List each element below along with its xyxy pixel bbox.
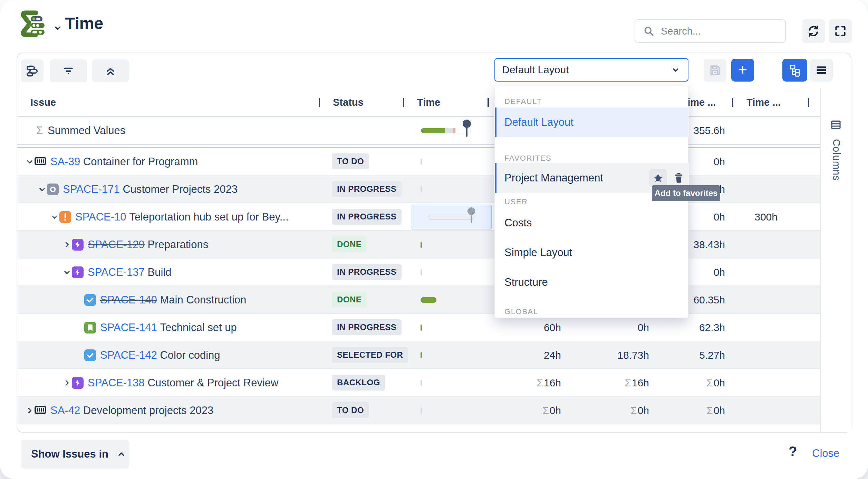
issue-key-link[interactable]: SPACE-140: [100, 294, 157, 306]
status-badge[interactable]: IN PROGRESS: [332, 209, 402, 225]
chevron-down-icon[interactable]: [37, 185, 47, 194]
time-value-cell: Σ0h: [580, 397, 649, 424]
time-slider-editor-cell[interactable]: [412, 205, 492, 229]
issue-row-space-142[interactable]: SPACE-142 Color codingSELECTED FOR24h18.…: [17, 341, 820, 369]
columns-sidebar-label[interactable]: Columns: [831, 139, 842, 181]
column-resize-handle[interactable]: [488, 98, 489, 107]
issue-row-space-141[interactable]: SPACE-141 Technical set upIN PROGRESS60h…: [17, 314, 820, 341]
list-view-toggle[interactable]: [810, 59, 833, 82]
chevron-down-icon[interactable]: [62, 267, 72, 277]
add-item-button[interactable]: +: [731, 59, 754, 82]
issue-key-link[interactable]: SPACE-171: [63, 183, 120, 195]
column-resize-handle[interactable]: [808, 98, 809, 107]
issue-key-link[interactable]: SPACE-138: [88, 377, 145, 389]
issue-cell: SA-42 Development projects 2023: [50, 397, 213, 424]
layout-option-label: Project Management: [504, 172, 603, 184]
status-badge[interactable]: IN PROGRESS: [332, 319, 402, 335]
layout-option-costs[interactable]: Costs: [495, 209, 689, 237]
chevron-right-icon[interactable]: [62, 240, 72, 250]
columns-sidebar[interactable]: Columns: [820, 88, 851, 432]
status-badge[interactable]: TO DO: [332, 402, 369, 418]
issue-row-sa-39[interactable]: SA-39 Container for ProgrammTO DO0h: [17, 148, 820, 176]
chevron-right-icon[interactable]: [25, 406, 35, 415]
chevron-down-icon[interactable]: [25, 157, 35, 167]
save-layout-button[interactable]: [704, 59, 726, 82]
status-badge[interactable]: TO DO: [332, 153, 369, 169]
issue-row-space-138[interactable]: SPACE-138 Customer & Project ReviewBACKL…: [17, 369, 820, 397]
tree-view-icon: [788, 64, 801, 77]
filter-icon: [62, 64, 75, 77]
trash-icon[interactable]: [672, 170, 686, 186]
search-icon: [643, 25, 655, 37]
issue-key-link[interactable]: SPACE-129: [88, 238, 145, 251]
issue-key-link[interactable]: SPACE-10: [75, 211, 126, 223]
bar-pink-segment: [453, 128, 455, 133]
issue-row-space-140[interactable]: SPACE-140 Main ConstructionDONE60.35h: [17, 286, 820, 314]
column-resize-handle[interactable]: [403, 98, 404, 107]
bar-pin-handle[interactable]: [463, 120, 471, 128]
chevron-right-icon[interactable]: [62, 378, 72, 388]
refresh-button[interactable]: [802, 19, 825, 43]
issue-key-link[interactable]: SA-39: [50, 156, 80, 168]
time-progress-tick: [421, 352, 422, 358]
chevron-down-icon: [671, 65, 681, 75]
tree-view-toggle[interactable]: [782, 59, 807, 82]
app-switch-chevron-down-icon[interactable]: [52, 23, 63, 33]
layout-option-simple-layout[interactable]: Simple Layout: [495, 239, 689, 266]
fullscreen-button[interactable]: [829, 19, 852, 43]
time-value-cell: 300h: [708, 203, 778, 231]
issue-cell: SA-39 Container for Programm: [50, 148, 198, 176]
issue-key-link[interactable]: SA-42: [50, 404, 80, 416]
time-progress-bar: [421, 297, 436, 303]
column-resize-handle[interactable]: [319, 98, 320, 107]
bar-gray-segment: [445, 128, 453, 133]
structure-app-logo-icon[interactable]: [15, 8, 51, 42]
time-tracking-window: Time Issue Status Time Time ... Time ...: [0, 0, 868, 479]
column-header-status[interactable]: Status: [333, 88, 364, 117]
filter-button[interactable]: [50, 59, 87, 82]
issue-row-sa-42[interactable]: SA-42 Development projects 2023TO DOΣ0hΣ…: [17, 397, 820, 424]
layout-option-default-layout[interactable]: Default Layout: [495, 107, 689, 137]
column-header-time-c[interactable]: Time ...: [746, 88, 781, 117]
time-panel-card: Issue Status Time Time ... Time ... ΣSum…: [17, 53, 851, 433]
time-progress-tick: [421, 325, 422, 331]
layout-select[interactable]: Default Layout: [494, 58, 688, 82]
chevron-down-icon[interactable]: [50, 212, 59, 222]
search-input-wrap[interactable]: [635, 19, 786, 43]
column-resize-handle[interactable]: [732, 98, 733, 107]
sum-sigma-prefix: Σ: [537, 377, 543, 388]
column-header-time[interactable]: Time: [417, 88, 440, 117]
menu-section-label: GLOBAL: [504, 307, 538, 316]
subproject-issue-type-icon: [47, 184, 59, 195]
search-input[interactable]: [661, 26, 771, 37]
status-badge[interactable]: BACKLOG: [332, 375, 385, 391]
issue-row-space-137[interactable]: SPACE-137 BuildIN PROGRESS0h: [17, 259, 820, 286]
sum-sigma-prefix: Σ: [625, 377, 631, 388]
issue-key-link[interactable]: SPACE-141: [100, 321, 157, 334]
issue-key-link[interactable]: SPACE-137: [88, 266, 145, 278]
group-button[interactable]: [21, 59, 44, 82]
issue-key-link[interactable]: SPACE-142: [100, 349, 157, 361]
slider-track[interactable]: [428, 215, 475, 220]
summed-values-row[interactable]: ΣSummed Values355.6h: [17, 117, 820, 144]
issue-row-space-10[interactable]: SPACE-10 Teleportation hub set up for Be…: [17, 203, 820, 231]
show-issues-in-button[interactable]: Show Issues in: [21, 440, 129, 469]
issue-summary: Build: [147, 266, 171, 278]
slider-handle[interactable]: [467, 207, 475, 215]
status-badge[interactable]: DONE: [332, 236, 367, 252]
status-badge[interactable]: IN PROGRESS: [332, 181, 402, 197]
column-header-issue[interactable]: Issue: [30, 88, 56, 117]
status-badge[interactable]: DONE: [332, 292, 367, 308]
close-link[interactable]: Close: [812, 447, 839, 460]
help-button[interactable]: ?: [789, 444, 797, 459]
issue-row-space-129[interactable]: SPACE-129 PreparationsDONE38.43h: [17, 231, 820, 259]
time-progress-tick: [421, 380, 422, 386]
status-badge[interactable]: SELECTED FOR: [332, 347, 408, 363]
layout-option-structure[interactable]: Structure: [495, 269, 689, 296]
collapse-all-button[interactable]: [92, 59, 129, 82]
time-progress-tick: [421, 269, 422, 275]
status-badge[interactable]: IN PROGRESS: [332, 264, 402, 280]
time-value-cell: 0h: [580, 314, 649, 341]
time-value-cell: Σ0h: [656, 397, 725, 424]
star-icon[interactable]: [649, 169, 667, 187]
